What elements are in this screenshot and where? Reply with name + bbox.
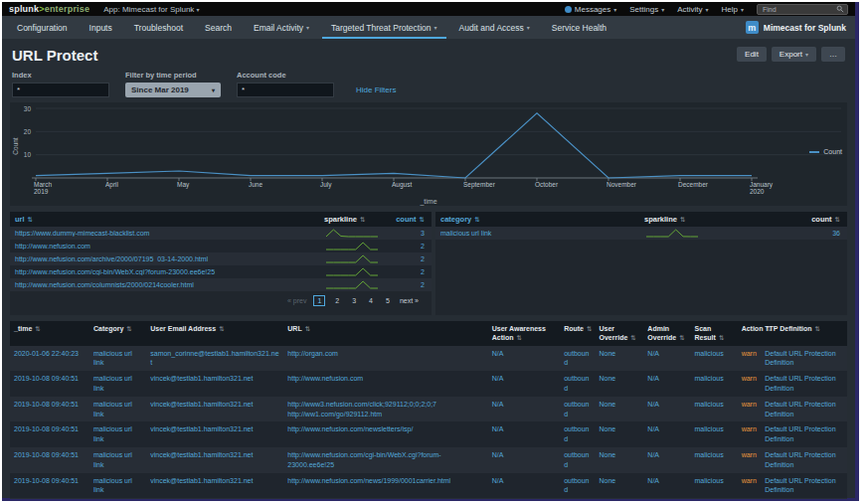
count-value[interactable]: 2 [421,281,425,288]
events-column-header[interactable]: User Awareness Action⇅ [488,321,560,346]
event-cell-email[interactable]: vincek@testlab1.hamilton321.net [146,397,283,422]
events-table-row[interactable]: 2019-10-08 09:40:51malicious url linkvin… [10,371,847,397]
category-table-row[interactable]: malicious url link36 [435,227,847,240]
index-filter-input[interactable] [12,83,109,97]
count-column-header[interactable]: count⇅ [388,215,432,224]
event-cell-admin_override[interactable]: N/A [643,473,690,499]
messages-menu[interactable]: Messages▾ [565,5,616,14]
events-column-header[interactable]: URL⇅ [283,321,487,346]
events-column-header[interactable]: Route⇅ [560,321,595,346]
count-value[interactable]: 2 [421,243,425,250]
event-cell-action[interactable]: warn [738,397,762,422]
sparkline-cell[interactable] [324,253,388,265]
events-table-row[interactable]: 2019-10-08 09:40:51malicious url linkvin… [10,473,847,499]
event-cell-time[interactable]: 2019-10-08 09:40:51 [10,371,89,397]
nav-item-troubleshoot[interactable]: Troubleshoot [123,16,194,39]
events-column-header[interactable]: User Email Address⇅ [146,321,283,346]
url-table-row[interactable]: http://www.nefusion.com2 [10,240,432,252]
event-cell-url[interactable]: http://www.nefusion.com/newsletters/isp/ [283,421,487,447]
url-table-row[interactable]: http://www.nefusion.com/archive/2000/071… [10,252,432,265]
nav-item-email-activity[interactable]: Email Activity▾ [243,16,320,39]
event-cell-category[interactable]: malicious url link [89,447,146,473]
nav-item-inputs[interactable]: Inputs [79,16,123,39]
event-cell-route[interactable]: outbound [560,473,595,499]
count-column-header[interactable]: count⇅ [774,215,847,224]
event-cell-route[interactable]: outbound [560,346,595,372]
url-cell[interactable]: http://www.nefusion.com [10,243,324,250]
activity-menu[interactable]: Activity▾ [677,5,708,14]
event-cell-user_override[interactable]: None [596,421,644,447]
event-cell-admin_override[interactable]: N/A [643,447,690,473]
url-link[interactable]: http://www.nefusion.com/columnists/2000/… [15,281,194,288]
events-column-header[interactable]: Scan Result⇅ [691,321,738,346]
nav-item-configuration[interactable]: Configuration [6,16,79,39]
event-cell-scan_result[interactable]: malicious [691,498,738,499]
help-menu[interactable]: Help▾ [722,5,744,14]
event-cell-category[interactable]: malicious url link [89,421,146,447]
count-cell[interactable]: 2 [388,255,432,262]
count-cell[interactable]: 2 [388,281,432,288]
count-value[interactable]: 3 [421,230,425,237]
pagination-page-3[interactable]: 3 [349,296,359,305]
url-cell[interactable]: http://www.nefusion.com/archive/2000/071… [10,255,324,262]
events-table-row[interactable]: 2019-10-08 09:40:51malicious url linkvin… [10,397,847,422]
event-cell-ttp[interactable]: Default URL Protection Definition [761,346,847,372]
event-cell-route[interactable]: outbound [560,421,595,447]
url-link[interactable]: http://www.nefusion.com [15,243,90,250]
url-cell[interactable]: https://www.dummy-mimecast-blacklist.com [10,230,324,237]
event-cell-url[interactable]: http://organ.com [283,346,487,372]
count-value[interactable]: 2 [421,255,425,262]
chart-legend[interactable]: Count [809,148,842,155]
event-cell-time[interactable]: 2019-10-08 09:40:51 [10,473,89,499]
event-cell-ua_action[interactable]: N/A [488,421,560,447]
event-cell-ua_action[interactable]: N/A [488,473,560,499]
event-cell-url[interactable]: http://www3.nefusion.com/click;929112;0;… [283,397,487,422]
url-cell[interactable]: http://www.nefusion.com/columnists/2000/… [10,281,324,288]
event-cell-email[interactable]: vincek@testlab1.hamilton321.net [146,421,283,447]
url-link[interactable]: http://www.nefusion.com/cgi-bin/WebX.cgi… [15,268,215,275]
events-table-row[interactable]: 2020-01-06 22:40:23malicious url linksam… [10,346,847,372]
event-cell-action[interactable]: warn [738,421,762,447]
url-link[interactable]: http://www.nefusion.com/archive/2000/071… [15,255,208,262]
pagination-page-1[interactable]: 1 [313,295,325,306]
events-column-header[interactable]: Category⇅ [89,321,146,346]
event-cell-scan_result[interactable]: malicious [691,421,738,447]
event-cell-ua_action[interactable]: N/A [488,346,560,372]
event-cell-ttp[interactable]: Default URL Protection Definition [761,397,847,422]
event-cell-email[interactable]: vincek@testlab1.hamilton321.net [146,498,283,499]
event-cell-scan_result[interactable]: malicious [691,346,738,372]
find-searchbox[interactable] [757,4,848,15]
event-cell-time[interactable]: 2019-10-08 09:40:51 [10,397,89,422]
nav-item-audit-and-access[interactable]: Audit and Access▾ [448,16,541,39]
find-input[interactable] [761,5,836,14]
sparkline-column-header[interactable]: sparkline⇅ [644,215,774,224]
event-cell-ttp[interactable]: Default URL Protection Definition [761,371,847,397]
event-cell-action[interactable]: warn [738,346,762,372]
url-table-row[interactable]: http://www.nefusion.com/cgi-bin/WebX.cgi… [10,265,432,278]
sparkline-cell[interactable] [324,241,388,252]
event-cell-action[interactable]: warn [738,498,762,499]
event-cell-url[interactable]: http://www.nefusion.com/cgi-bin/WebX.cgi… [283,447,487,473]
event-cell-url[interactable]: http://www.nefusion.com [283,371,487,397]
event-cell-ua_action[interactable]: N/A [488,498,560,499]
event-cell-ttp[interactable]: Default URL Protection Definition [761,473,847,499]
event-cell-url[interactable]: http://www.nefusion.com/news/1999/0001ca… [283,473,487,499]
count-cell[interactable]: 36 [774,230,847,237]
pagination-page-2[interactable]: 2 [332,296,342,305]
pagination-next[interactable]: next » [400,297,419,304]
event-cell-scan_result[interactable]: malicious [691,397,738,422]
event-cell-action[interactable]: warn [738,473,762,499]
hide-filters-link[interactable]: Hide Filters [356,85,396,97]
event-cell-route[interactable]: outbound [560,397,595,422]
event-cell-user_override[interactable]: None [596,346,644,372]
events-table-row[interactable]: 2019-10-08 09:40:51malicious url linkvin… [10,421,847,447]
pagination-page-4[interactable]: 4 [366,296,376,305]
more-button[interactable]: … [821,47,845,62]
event-cell-ua_action[interactable]: N/A [488,371,560,397]
count-value[interactable]: 36 [832,230,840,237]
event-cell-time[interactable]: 2019-10-08 09:40:51 [10,421,89,447]
count-cell[interactable]: 2 [388,268,432,275]
url-table-row[interactable]: http://www.nefusion.com/columnists/2000/… [10,278,432,291]
event-cell-ttp[interactable]: Default URL Protection Definition [761,447,847,473]
url-table-row[interactable]: https://www.dummy-mimecast-blacklist.com… [10,227,432,240]
